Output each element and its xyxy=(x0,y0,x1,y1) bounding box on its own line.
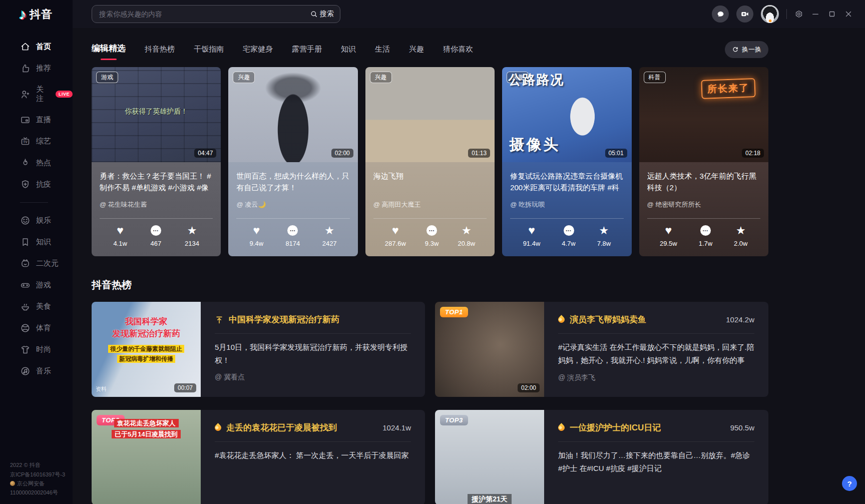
search-input[interactable] xyxy=(99,10,310,18)
comment-button[interactable]: 9.3w xyxy=(425,225,439,247)
tab-editors-picks[interactable]: 编辑精选 xyxy=(92,43,126,60)
topbar-divider xyxy=(786,9,787,19)
video-card[interactable]: 兴趣 公路路况 摄像头 05:01 修复试玩公路路况违章云台摄像机 200米距离… xyxy=(502,67,631,256)
help-button[interactable]: ? xyxy=(842,476,857,491)
shuffle-button[interactable]: 换一换 xyxy=(725,41,768,58)
video-duration: 00:07 xyxy=(174,383,196,392)
sidebar-item-trending[interactable]: 热点 xyxy=(0,152,73,174)
sidebar-item-livestream[interactable]: 直播 xyxy=(0,109,73,131)
hot-list-item[interactable]: TOP1 02:00 演员李飞帮妈妈卖鱼 1024.2w #记录真实生活 在外工… xyxy=(435,302,768,397)
video-card[interactable]: 科普 所长来了 02:18 远超人类技术，3亿年前的飞行黑科技（2） @ 绝密研… xyxy=(639,67,768,256)
hot-thumbnail[interactable]: TOP3 援沪第21天 xyxy=(435,410,544,504)
like-count: 29.5w xyxy=(660,240,677,247)
tab-life[interactable]: 生活 xyxy=(375,45,390,60)
video-author[interactable]: @ 凌云🌙 xyxy=(236,200,349,209)
like-button[interactable]: 29.5w xyxy=(660,225,677,247)
bear-icon xyxy=(20,258,31,269)
like-button[interactable]: 91.4w xyxy=(523,225,541,247)
sidebar-item-food[interactable]: 美食 xyxy=(0,296,73,317)
sidebar-item-recommend[interactable]: 推荐 xyxy=(0,58,73,79)
sidebar-item-antiepidemic[interactable]: 抗疫 xyxy=(0,174,73,195)
video-card[interactable]: 游戏 你获得了英雄护盾！ 04:47 勇者：救公主？老子要当国王！ #制作不易 … xyxy=(92,67,221,256)
settings-button[interactable] xyxy=(794,10,803,19)
maximize-button[interactable] xyxy=(827,10,836,19)
sidebar-item-variety[interactable]: TV 综艺 xyxy=(0,131,73,152)
like-button[interactable]: 4.1w xyxy=(113,225,127,247)
favorite-button[interactable]: 20.8w xyxy=(458,225,475,247)
sidebar-item-home[interactable]: 首页 xyxy=(0,36,73,58)
like-count: 4.1w xyxy=(113,240,127,247)
hot-author[interactable]: @ 冀看点 xyxy=(215,373,411,382)
tab-interests[interactable]: 兴趣 xyxy=(409,45,424,60)
favorite-button[interactable]: 7.8w xyxy=(597,225,611,247)
video-thumbnail[interactable]: 游戏 你获得了英雄护盾！ 04:47 xyxy=(92,67,221,162)
hot-title[interactable]: 演员李飞帮妈妈卖鱼 xyxy=(570,314,646,325)
top1-badge: TOP1 xyxy=(440,307,468,317)
video-thumbnail[interactable]: 兴趣 公路路况 摄像头 05:01 xyxy=(502,67,631,162)
sidebar-item-music[interactable]: 音乐 xyxy=(0,360,73,382)
hot-list-item[interactable]: TOP2 袁花花走丢急坏家人 已于5月14日凌晨找到 走丢的袁花花已于凌晨被找到… xyxy=(92,410,425,504)
hot-thumbnail[interactable]: TOP1 02:00 xyxy=(435,302,544,397)
like-button[interactable]: 9.4w xyxy=(250,225,263,247)
card-divider xyxy=(236,218,349,219)
thumbnail-watermark: 资料 xyxy=(96,385,107,393)
hot-thumbnail[interactable]: 我国科学家 发现新冠治疗新药 很少量的千金藤素就能阻止 新冠病毒扩增和传播 资料… xyxy=(92,302,201,397)
tab-camping[interactable]: 露营手册 xyxy=(292,45,322,60)
hot-author[interactable]: @ 演员李飞 xyxy=(558,373,754,382)
sidebar-item-anime[interactable]: 二次元 xyxy=(0,253,73,274)
tab-food-guide[interactable]: 干饭指南 xyxy=(194,45,224,60)
like-button[interactable]: 287.6w xyxy=(385,225,406,247)
video-author[interactable]: @ 高雨田大魔王 xyxy=(373,200,487,209)
video-author[interactable]: @ 绝密研究所所长 xyxy=(647,200,760,209)
hot-list-item[interactable]: 我国科学家 发现新冠治疗新药 很少量的千金藤素就能阻止 新冠病毒扩增和传播 资料… xyxy=(92,302,425,397)
hot-title[interactable]: 走丢的袁花花已于凌晨被找到 xyxy=(226,422,337,433)
heart-icon xyxy=(665,225,672,236)
hot-list-item[interactable]: TOP3 援沪第21天 一位援沪护士的ICU日记 950.5w 加油！我们尽力了… xyxy=(435,410,768,504)
flame-icon xyxy=(557,315,566,324)
gamepad-icon xyxy=(20,280,31,290)
user-avatar[interactable] xyxy=(761,5,779,23)
sidebar-item-following[interactable]: 关注 LIVE xyxy=(0,79,73,109)
hot-title[interactable]: 一位援沪护士的ICU日记 xyxy=(570,422,661,433)
douyin-logo[interactable]: ♪ 抖音 xyxy=(0,0,73,27)
sidebar-item-fashion[interactable]: 时尚 xyxy=(0,339,73,360)
video-thumbnail[interactable]: 兴趣 01:13 xyxy=(365,67,495,162)
sidebar-item-games[interactable]: 游戏 xyxy=(0,274,73,296)
minimize-button[interactable] xyxy=(811,10,820,19)
hot-thumbnail[interactable]: TOP2 袁花花走丢急坏家人 已于5月14日凌晨找到 xyxy=(92,410,201,504)
video-thumbnail[interactable]: 科普 所长来了 02:18 xyxy=(639,67,768,162)
search-button[interactable]: 搜索 xyxy=(310,10,334,19)
video-thumbnail[interactable]: 兴趣 02:00 xyxy=(228,67,357,162)
comment-button[interactable]: 4.7w xyxy=(562,225,575,247)
favorite-button[interactable]: 2134 xyxy=(185,225,199,247)
svg-text:TV: TV xyxy=(23,140,28,144)
close-button[interactable] xyxy=(844,10,853,19)
tab-home-fitness[interactable]: 宅家健身 xyxy=(243,45,273,60)
hot-title[interactable]: 中国科学家发现新冠治疗新药 xyxy=(229,314,339,325)
tab-for-you[interactable]: 猜你喜欢 xyxy=(443,45,473,60)
comment-icon xyxy=(700,225,711,236)
sidebar-item-knowledge[interactable]: 知识 xyxy=(0,231,73,253)
favorite-button[interactable]: 2.0w xyxy=(734,225,747,247)
tab-hot-list[interactable]: 抖音热榜 xyxy=(145,45,175,60)
sidebar-item-sports[interactable]: 体育 xyxy=(0,317,73,339)
thumbnail-text: 很少量的千金藤素就能阻止 xyxy=(92,345,201,353)
favorite-button[interactable]: 2427 xyxy=(322,225,337,247)
tshirt-icon xyxy=(20,344,31,355)
comment-button[interactable]: 8174 xyxy=(285,225,300,247)
upload-video-button[interactable] xyxy=(736,6,753,23)
comment-button[interactable]: 467 xyxy=(151,225,162,247)
messages-button[interactable] xyxy=(712,6,729,23)
video-duration: 05:01 xyxy=(605,149,627,158)
video-card[interactable]: 兴趣 02:00 世间百态，想成为什么样的人，只有自己说了才算！ @ 凌云🌙 9… xyxy=(228,67,357,256)
tab-knowledge[interactable]: 知识 xyxy=(341,45,356,60)
sidebar-item-entertainment[interactable]: 娱乐 xyxy=(0,210,73,231)
video-card[interactable]: 兴趣 01:13 海边飞翔 @ 高雨田大魔王 287.6w 9.3w 20.8w xyxy=(365,67,495,256)
video-author[interactable]: @ 吃拆玩呗 xyxy=(510,200,623,209)
video-author[interactable]: @ 花生味花生酱 xyxy=(100,200,213,209)
comment-button[interactable]: 1.7w xyxy=(699,225,712,247)
heart-icon xyxy=(253,225,260,236)
shuffle-label: 换一换 xyxy=(742,45,761,54)
category-tag-badge: 科普 xyxy=(644,72,666,83)
like-count: 91.4w xyxy=(523,240,541,247)
